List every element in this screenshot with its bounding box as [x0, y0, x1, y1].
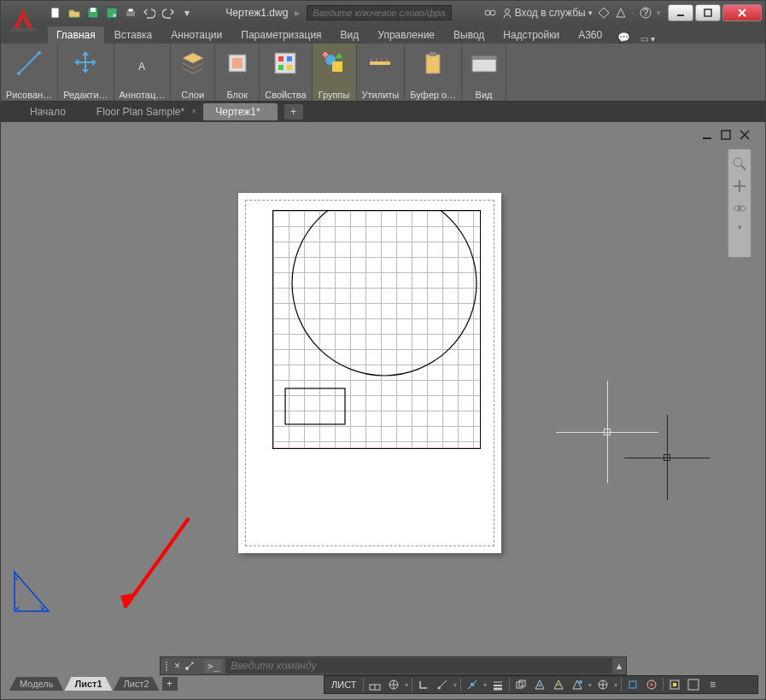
panel-label: Вид: [474, 90, 494, 100]
view-icon[interactable]: [467, 47, 501, 79]
svg-rect-22: [287, 56, 292, 61]
crosshair-cursor-dark: [624, 415, 710, 500]
cleanscreen-icon[interactable]: [686, 677, 701, 692]
doc-close-icon[interactable]: [740, 130, 751, 142]
add-document-button[interactable]: +: [284, 104, 303, 120]
minimize-button[interactable]: [668, 4, 693, 21]
svg-point-8: [490, 10, 495, 15]
crosshair-cursor-light: [556, 381, 658, 483]
zoom-icon[interactable]: [732, 156, 747, 172]
lock-ui-icon[interactable]: [625, 677, 640, 692]
command-input[interactable]: [225, 658, 612, 674]
layout-tab-model[interactable]: Модель: [9, 677, 63, 691]
utilities-icon[interactable]: [363, 47, 397, 79]
panel-label: Группы: [317, 90, 352, 100]
add-layout-button[interactable]: +: [162, 677, 178, 691]
line-tool-icon[interactable]: [12, 47, 46, 79]
ortho-icon[interactable]: [416, 677, 431, 692]
layout-tab-sheet1[interactable]: Лист1: [64, 677, 112, 691]
autodesk-icon[interactable]: [615, 7, 627, 19]
close-icon[interactable]: ×: [191, 107, 196, 116]
panel-draw: Рисован…: [1, 44, 58, 101]
move-tool-icon[interactable]: [68, 47, 102, 79]
drag-handle-icon[interactable]: [161, 662, 169, 671]
ribbon-tab-annotate[interactable]: Аннотации: [162, 26, 231, 44]
ribbon-tab-a360[interactable]: A360: [570, 26, 611, 44]
osnap-icon[interactable]: [465, 677, 480, 692]
quick-access-toolbar: ▾: [48, 5, 195, 20]
new-icon[interactable]: [48, 5, 63, 20]
customize-status-icon[interactable]: ≡: [705, 677, 720, 692]
selection-cycling-icon[interactable]: [513, 677, 529, 692]
ucs-icon[interactable]: [9, 565, 61, 616]
panel-clipboard: Буфер о…: [405, 44, 462, 101]
open-icon[interactable]: [67, 5, 82, 20]
svg-point-59: [539, 685, 541, 687]
print-icon[interactable]: [123, 5, 138, 20]
ribbon-minimize-icon[interactable]: ▭ ▾: [640, 34, 655, 44]
pan-icon[interactable]: [732, 178, 747, 194]
block-icon[interactable]: [220, 47, 254, 79]
svg-rect-34: [430, 52, 436, 56]
close-button[interactable]: [722, 4, 762, 21]
panel-label: Свойства: [263, 90, 307, 100]
doc-tab-drawing1[interactable]: Чертеж1*×: [203, 103, 277, 120]
help-icon[interactable]: ?: [640, 7, 652, 19]
save-icon[interactable]: [85, 5, 101, 20]
canvas-area[interactable]: ▾: [9, 125, 757, 663]
clipboard-icon[interactable]: [416, 47, 450, 79]
doc-tab-start[interactable]: Начало: [18, 103, 83, 120]
panel-block: Блок: [215, 44, 260, 101]
svg-point-9: [505, 9, 509, 14]
text-tool-icon[interactable]: A: [125, 47, 159, 79]
history-up-icon[interactable]: ▴: [612, 660, 626, 672]
hwaccel-icon[interactable]: [644, 677, 659, 692]
close-icon[interactable]: ×: [174, 660, 180, 672]
ribbon-tab-manage[interactable]: Управление: [369, 26, 443, 44]
close-icon[interactable]: ×: [267, 107, 272, 116]
redo-icon[interactable]: [161, 5, 176, 20]
nav-dropdown-icon[interactable]: ▾: [738, 223, 742, 231]
layout-tab-sheet2[interactable]: Лист2: [114, 677, 160, 691]
lineweight-icon[interactable]: [490, 677, 506, 692]
qat-dropdown-icon[interactable]: ▾: [179, 5, 195, 20]
ribbon-tab-home[interactable]: Главная: [48, 26, 104, 44]
ribbon-tab-insert[interactable]: Вставка: [106, 26, 161, 44]
prompt-icon: >_: [204, 660, 222, 673]
doc-maximize-icon[interactable]: [721, 130, 733, 142]
ribbon-expand-icon[interactable]: 💬: [617, 32, 630, 44]
doc-minimize-icon[interactable]: [702, 130, 714, 142]
groups-icon[interactable]: [317, 47, 351, 79]
doc-tab-floorplan[interactable]: Floor Plan Sample*×: [85, 103, 202, 120]
annoautoscale-icon[interactable]: [570, 677, 585, 692]
svg-rect-20: [275, 53, 295, 73]
grid-snap-icon[interactable]: [367, 677, 383, 692]
svg-rect-21: [278, 56, 284, 61]
ribbon-tab-addins[interactable]: Надстройки: [494, 26, 568, 44]
saveas-icon[interactable]: [104, 5, 120, 20]
isolate-icon[interactable]: [667, 677, 682, 692]
polar-icon[interactable]: [386, 677, 401, 692]
app-logo[interactable]: [6, 3, 40, 38]
ribbon-tab-parametric[interactable]: Параметризация: [232, 26, 330, 44]
undo-icon[interactable]: [142, 5, 157, 20]
panel-utilities: Утилиты: [357, 44, 406, 101]
panel-label: Блок: [225, 90, 249, 100]
layers-icon[interactable]: [176, 47, 210, 79]
workspace-icon[interactable]: [595, 677, 611, 692]
status-mode[interactable]: ЛИСТ: [328, 680, 360, 690]
customize-icon[interactable]: [184, 660, 196, 672]
ribbon-tab-output[interactable]: Вывод: [445, 26, 493, 44]
annoscale-icon[interactable]: [532, 677, 547, 692]
properties-icon[interactable]: [268, 47, 302, 79]
maximize-button[interactable]: [695, 4, 721, 21]
model-viewport[interactable]: [272, 210, 481, 449]
ribbon-tab-view[interactable]: Вид: [332, 26, 368, 44]
orbit-icon[interactable]: [732, 201, 747, 216]
exchange-icon[interactable]: [598, 7, 610, 19]
isoplane-icon[interactable]: [435, 677, 450, 692]
search-input[interactable]: [307, 5, 452, 20]
infocenter-icon[interactable]: [483, 7, 497, 19]
signin-button[interactable]: Вход в службы ▾: [502, 7, 593, 19]
annovisibility-icon[interactable]: [551, 677, 566, 692]
